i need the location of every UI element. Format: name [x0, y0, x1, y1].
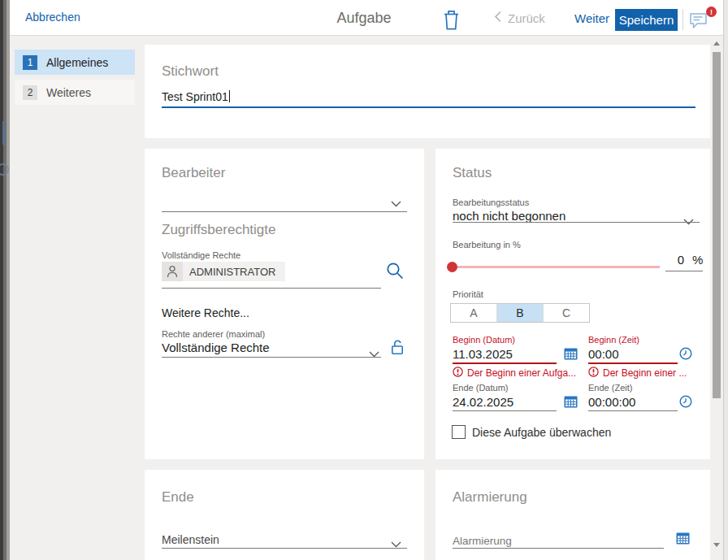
ueberwachen-label: Diese Aufgabe überwachen: [472, 426, 611, 439]
stichwort-input-underline: [162, 106, 696, 108]
comment-icon: [689, 19, 708, 33]
scrollbar-down-arrow[interactable]: [713, 543, 720, 547]
vollstaendige-rechte-label: Vollständige Rechte: [162, 250, 240, 260]
meilenstein-value: Meilenstein: [162, 533, 219, 546]
calendar-icon[interactable]: [676, 532, 690, 548]
sidebar-item-label: Weiteres: [46, 86, 91, 99]
chevron-down-icon: [391, 536, 401, 551]
ende-zeit-input[interactable]: 00:00:00: [588, 395, 635, 409]
weitere-rechte-link[interactable]: Weitere Rechte...: [162, 306, 249, 319]
alarmierung-card: Alarmierung Alarmierung: [436, 470, 710, 560]
back-button-label: Zurück: [508, 11, 545, 25]
rechte-anderer-label: Rechte anderer (maximal): [162, 329, 265, 339]
stichwort-value: Test Sprint01: [162, 90, 228, 103]
chevron-left-icon: [494, 11, 501, 25]
status-card: Status Bearbeitungsstatus noch nicht beg…: [436, 149, 710, 459]
vertical-scrollbar[interactable]: [710, 37, 723, 560]
alarmierung-heading: Alarmierung: [453, 489, 527, 506]
prioritaet-segmented-control: A B C: [450, 303, 590, 323]
unlock-icon[interactable]: [390, 339, 405, 358]
owner-field-underline: [162, 288, 381, 289]
bearbeiter-card: Bearbeiter Zugriffsberechtigte Vollständ…: [145, 149, 424, 459]
background-window-artifact-circle: [0, 163, 9, 176]
comments-button[interactable]: !: [689, 11, 713, 33]
calendar-icon[interactable]: [564, 396, 578, 411]
alarmierung-placeholder: Alarmierung: [453, 535, 512, 547]
toolbar-divider: [682, 9, 683, 30]
beginn-zeit-label: Beginn (Zeit): [588, 335, 639, 345]
sidebar-item-weiteres[interactable]: 2 Weiteres: [15, 80, 135, 105]
ueberwachen-checkbox[interactable]: [452, 425, 466, 439]
clock-icon[interactable]: [679, 395, 692, 411]
stichwort-input[interactable]: Test Sprint01: [162, 90, 230, 103]
chevron-down-icon: [369, 346, 379, 361]
owner-chip-label: ADMINISTRATOR: [183, 262, 285, 281]
ende-zeit-underline: [588, 410, 678, 411]
bearbeiter-heading: Bearbeiter: [162, 165, 225, 181]
ende-zeit-label: Ende (Zeit): [588, 383, 632, 393]
chevron-down-icon: [391, 196, 401, 211]
top-toolbar: Abbrechen Aufgabe Zurück Weiter Speicher…: [10, 0, 723, 36]
scrollbar-up-arrow[interactable]: [713, 41, 720, 46]
page-title: Aufgabe: [336, 10, 391, 27]
background-window-artifact: [2, 121, 5, 145]
step-number-badge: 1: [23, 55, 37, 70]
progress-slider-handle[interactable]: [447, 262, 457, 272]
stichwort-card: Stichwort Test Sprint01: [145, 45, 710, 138]
person-icon: [162, 262, 183, 281]
beginn-zeit-input[interactable]: 00:00: [588, 347, 619, 361]
progress-value[interactable]: 0: [668, 253, 684, 267]
error-icon: [453, 367, 463, 380]
window-right-edge: [723, 0, 728, 560]
calendar-icon[interactable]: [564, 348, 578, 363]
window-left-edge: [0, 0, 10, 560]
ende-datum-label: Ende (Datum): [453, 383, 508, 393]
ende-heading: Ende: [162, 489, 194, 506]
priority-option-b[interactable]: B: [496, 304, 543, 322]
bearbeitungsstatus-underline: [453, 222, 700, 223]
beginn-zeit-error: Der Beginn einer ...: [588, 367, 687, 380]
scrollbar-thumb[interactable]: [713, 52, 721, 398]
zugriffsberechtigte-heading: Zugriffsberechtigte: [162, 222, 275, 238]
priority-option-c[interactable]: C: [543, 304, 589, 322]
ende-datum-input[interactable]: 24.02.2025: [453, 395, 514, 409]
search-icon[interactable]: [386, 262, 404, 283]
error-text: Der Beginn einer Aufga...: [467, 367, 576, 379]
status-heading: Status: [453, 165, 492, 181]
meilenstein-underline: [162, 548, 407, 549]
progress-unit: %: [692, 253, 703, 267]
back-button[interactable]: Zurück: [494, 11, 545, 25]
bearbeitung-prozent-label: Bearbeitung in %: [453, 240, 521, 250]
chevron-down-icon: [683, 214, 694, 228]
beginn-zeit-underline: [588, 362, 678, 364]
rechte-anderer-value: Vollständige Rechte: [162, 341, 270, 354]
rechte-anderer-underline: [162, 357, 381, 358]
error-text: Der Beginn einer ...: [603, 367, 687, 379]
clock-icon[interactable]: [679, 347, 692, 363]
progress-value-underline: [665, 271, 703, 271]
ende-datum-underline: [453, 410, 557, 411]
owner-chip[interactable]: ADMINISTRATOR: [162, 262, 285, 281]
notification-badge: !: [706, 7, 717, 17]
ende-card: Ende Meilenstein: [145, 470, 424, 560]
prioritaet-label: Priorität: [453, 289, 483, 299]
trash-icon: [443, 19, 460, 33]
progress-slider-track[interactable]: [452, 266, 660, 268]
bearbeitungsstatus-label: Bearbeitungsstatus: [453, 198, 529, 207]
cancel-button[interactable]: Abbrechen: [25, 11, 80, 24]
save-button[interactable]: Speichern: [615, 9, 678, 31]
alarmierung-underline: [453, 548, 664, 549]
beginn-datum-error: Der Beginn einer Aufga...: [453, 367, 576, 380]
error-icon: [588, 367, 599, 380]
sidebar-item-allgemeines[interactable]: 1 Allgemeines: [15, 50, 135, 75]
stichwort-heading: Stichwort: [162, 63, 219, 80]
beginn-datum-input[interactable]: 11.03.2025: [453, 347, 513, 361]
next-button-label: Weiter: [574, 11, 609, 25]
priority-option-a[interactable]: A: [451, 304, 496, 322]
bearbeiter-dropdown-underline: [162, 211, 407, 212]
beginn-datum-label: Beginn (Datum): [453, 335, 515, 345]
beginn-datum-underline: [453, 362, 557, 364]
delete-button[interactable]: [443, 10, 460, 33]
text-cursor: [229, 90, 230, 102]
sidebar-item-label: Allgemeines: [46, 56, 108, 69]
